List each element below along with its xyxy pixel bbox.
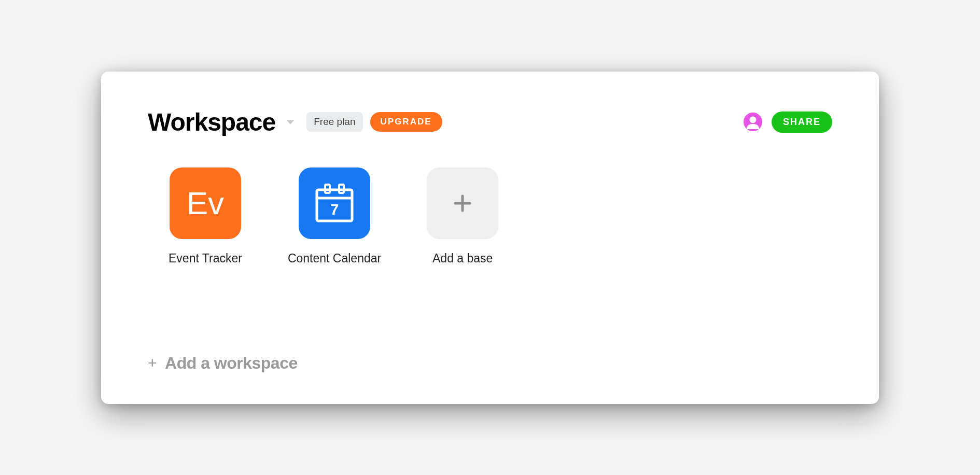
upgrade-button[interactable]: UPGRADE bbox=[370, 112, 442, 132]
plus-icon bbox=[452, 193, 473, 214]
chevron-down-icon bbox=[286, 118, 295, 125]
svg-marker-0 bbox=[287, 120, 294, 124]
calendar-number: 7 bbox=[330, 201, 339, 218]
workspace-panel: Workspace Free plan UPGRADE SHARE Ev E bbox=[101, 72, 879, 404]
workspace-dropdown-caret[interactable] bbox=[286, 118, 295, 125]
plan-badge: Free plan bbox=[306, 112, 362, 132]
user-icon bbox=[744, 113, 762, 131]
bases-list: Ev Event Tracker 7 Content Calendar bbox=[148, 167, 832, 266]
workspace-title: Workspace bbox=[148, 108, 275, 136]
header: Workspace Free plan UPGRADE SHARE bbox=[148, 108, 832, 136]
add-workspace-button[interactable]: + Add a workspace bbox=[148, 354, 832, 373]
base-label: Content Calendar bbox=[288, 252, 381, 266]
base-icon bbox=[427, 167, 498, 239]
base-card-event-tracker[interactable]: Ev Event Tracker bbox=[169, 167, 242, 266]
base-icon-text: Ev bbox=[187, 185, 224, 221]
base-card-content-calendar[interactable]: 7 Content Calendar bbox=[288, 167, 381, 266]
base-icon: 7 bbox=[299, 167, 370, 239]
header-right: SHARE bbox=[744, 111, 832, 133]
base-icon: Ev bbox=[170, 167, 241, 239]
svg-point-2 bbox=[749, 117, 756, 123]
avatar[interactable] bbox=[744, 113, 762, 131]
base-label: Add a base bbox=[432, 252, 493, 266]
share-button[interactable]: SHARE bbox=[772, 111, 832, 133]
add-workspace-label: Add a workspace bbox=[165, 354, 298, 373]
plus-icon: + bbox=[148, 354, 157, 372]
base-label: Event Tracker bbox=[169, 252, 242, 266]
calendar-icon: 7 bbox=[313, 181, 356, 225]
base-card-add[interactable]: Add a base bbox=[427, 167, 498, 266]
header-left: Workspace Free plan UPGRADE bbox=[148, 108, 442, 136]
